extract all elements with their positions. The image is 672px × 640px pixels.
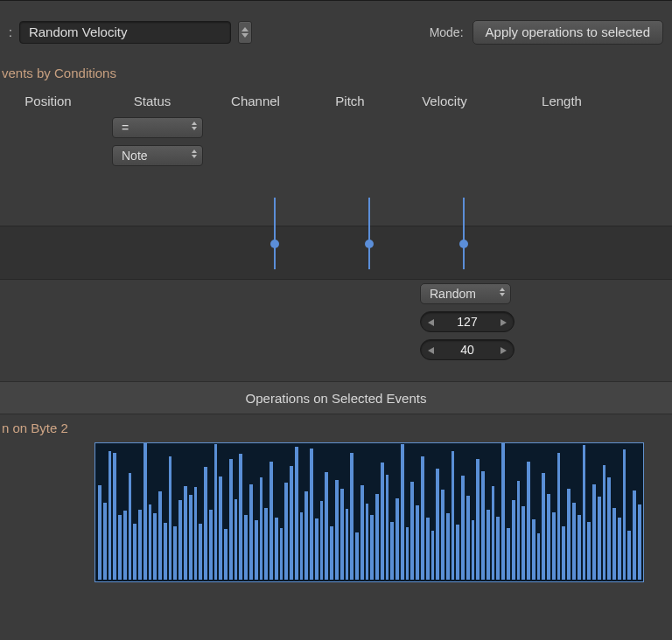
col-status: Status — [96, 94, 208, 108]
conditions-title: vents by Conditions — [2, 66, 116, 80]
graph-bar — [310, 449, 313, 580]
col-velocity: Velocity — [397, 94, 492, 108]
decrement-icon[interactable] — [428, 347, 434, 354]
velocity-mode-select[interactable]: Random — [420, 283, 511, 304]
graph-bar — [522, 506, 525, 580]
graph-bar — [355, 532, 359, 580]
chevron-up-icon — [192, 150, 197, 153]
graph-bar — [396, 498, 399, 580]
chevron-down-icon — [242, 33, 248, 38]
graph-bar — [280, 528, 284, 580]
graph-bar — [481, 471, 485, 580]
velocity-slider[interactable] — [463, 198, 465, 269]
graph-bar — [178, 500, 182, 580]
graph-bar — [295, 447, 298, 580]
chevron-down-icon — [192, 127, 197, 130]
graph-bar — [173, 526, 177, 580]
graph-bar — [330, 526, 333, 580]
graph-bar — [456, 525, 459, 580]
graph-bar — [547, 494, 550, 580]
graph-bar — [290, 466, 293, 580]
preset-area: : Random Velocity — [9, 21, 252, 44]
graph-bar — [260, 477, 263, 580]
graph-bar — [375, 494, 379, 580]
graph-bar — [572, 503, 576, 580]
conditions-panel: Position Status Channel Pitch Velocity L… — [0, 86, 672, 381]
top-bar: : Random Velocity Mode: Apply operations… — [0, 0, 672, 63]
graph-bar — [346, 509, 349, 580]
graph-bar — [567, 489, 570, 580]
graph-bar — [623, 449, 626, 580]
graph-bar — [446, 513, 450, 580]
graph-bar — [542, 473, 545, 580]
status-op-value: = — [122, 121, 129, 135]
graph-bar — [532, 519, 536, 580]
graph-bar — [618, 518, 621, 580]
graph-bar — [486, 510, 490, 580]
preset-stepper[interactable] — [238, 21, 252, 44]
preset-select[interactable]: Random Velocity — [19, 21, 231, 44]
operations-header: Operations on Selected Events — [0, 381, 672, 414]
graph-bar — [431, 531, 435, 581]
preview-graph — [94, 442, 644, 582]
col-position: Position — [0, 94, 96, 108]
graph-bar — [204, 467, 207, 580]
graph-bar — [603, 465, 606, 580]
graph-bar — [234, 499, 238, 580]
graph-bar — [164, 523, 167, 580]
graph-bar — [366, 504, 369, 580]
graph-bar — [118, 515, 122, 580]
col-pitch: Pitch — [303, 94, 397, 108]
graph-bar — [587, 522, 591, 580]
graph-bar — [381, 463, 384, 580]
graph-bar — [421, 456, 424, 580]
pitch-slider[interactable] — [368, 198, 370, 269]
velocity-min-field[interactable]: 40 — [420, 339, 514, 360]
increment-icon[interactable] — [500, 347, 507, 354]
graph-bar — [113, 453, 116, 580]
status-op-select[interactable]: = — [112, 117, 203, 138]
chevron-up-icon — [242, 27, 248, 31]
decrement-icon[interactable] — [428, 319, 434, 326]
graph-bar — [552, 512, 556, 580]
graph-bar — [406, 527, 410, 580]
graph-bar — [496, 517, 500, 580]
graph-bar — [300, 512, 304, 580]
graph-bar — [275, 518, 278, 580]
graph-bar — [129, 473, 132, 580]
graph-bar — [335, 480, 339, 580]
velocity-max-field[interactable]: 127 — [420, 311, 514, 332]
graph-bar — [517, 481, 521, 580]
graph-bar — [410, 482, 414, 580]
graph-bar — [149, 504, 152, 580]
graph-bar — [189, 495, 192, 580]
graph-bar — [426, 518, 430, 580]
graph-bar — [583, 445, 586, 580]
graph-bar — [537, 533, 541, 580]
chevron-down-icon — [192, 155, 197, 158]
graph-bar — [320, 501, 324, 580]
graph-bar — [598, 497, 601, 580]
graph-bar — [607, 477, 611, 580]
graph-bar — [562, 526, 565, 580]
byte2-label: n on Byte 2 — [0, 414, 672, 441]
graph-bar — [219, 477, 222, 580]
graph-bar — [199, 524, 202, 580]
graph-bar — [315, 518, 318, 580]
graph-bar — [214, 444, 218, 580]
graph-bar — [476, 459, 480, 580]
graph-bar — [370, 515, 374, 580]
status-type-select[interactable]: Note — [112, 145, 203, 166]
channel-slider[interactable] — [274, 198, 276, 269]
chevron-up-icon — [192, 122, 197, 125]
operations-title: Operations on Selected Events — [246, 391, 427, 406]
preset-label: : — [9, 25, 12, 39]
graph-bar — [255, 520, 258, 580]
column-headers: Position Status Channel Pitch Velocity L… — [0, 86, 672, 115]
slider-band — [0, 226, 672, 280]
graph-bar — [270, 462, 273, 580]
increment-icon[interactable] — [500, 319, 507, 326]
mode-select[interactable]: Apply operations to selected — [472, 20, 663, 45]
graph-bar — [153, 513, 157, 580]
graph-bar — [627, 531, 631, 581]
